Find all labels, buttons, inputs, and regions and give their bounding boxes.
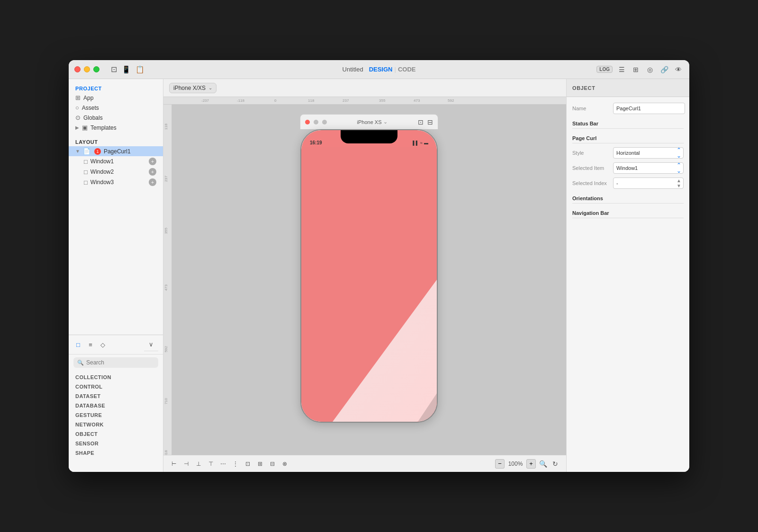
selected-item-label: Selected Item: [572, 165, 610, 171]
name-property-row: Name 20: [572, 103, 684, 114]
canvas-refresh-icon[interactable]: ↻: [550, 459, 560, 469]
hierarchy-icon[interactable]: ☰: [616, 64, 627, 75]
selected-index-input[interactable]: - ▲ ▼: [613, 177, 684, 189]
category-collection[interactable]: COLLECTION: [69, 372, 163, 382]
link-icon[interactable]: 🔗: [659, 64, 669, 75]
phone-label-area: iPhone XS ⌄: [331, 119, 414, 125]
device-selector[interactable]: iPhone X/XS ⌄: [169, 83, 217, 93]
window1-label: Window1: [90, 158, 114, 165]
category-database[interactable]: DATABASE: [69, 401, 163, 410]
category-object[interactable]: OBJECT: [69, 429, 163, 439]
sidebar-item-globals[interactable]: ⊙ Globals: [69, 113, 163, 123]
zoom-out-button[interactable]: −: [495, 459, 505, 469]
category-dataset[interactable]: DATASET: [69, 391, 163, 401]
code-tab[interactable]: CODE: [398, 66, 416, 73]
maximize-button[interactable]: [93, 66, 99, 72]
sidebar-item-window1[interactable]: □ Window1 +: [69, 156, 163, 167]
library-panel: □ ≡ ◇ ∨ 🔍 COLLECTION CONTROL DATASET DAT…: [69, 335, 163, 472]
layers-icon[interactable]: ≡: [86, 340, 95, 349]
traffic-lights: [74, 66, 99, 72]
more-options-icon[interactable]: ∨: [144, 338, 158, 351]
canvas-area: iPhone X/XS ⌄ -237 -118 0 118 237 355 47…: [163, 79, 566, 472]
ruler-v-710: 710: [164, 398, 168, 404]
titlebar: ⊡ 📱 📋 Untitled DESIGN | CODE LOG ☰ ⊞ ◎ 🔗…: [69, 60, 689, 79]
phone-dropdown-icon[interactable]: ⌄: [383, 119, 388, 125]
add-window1-button[interactable]: +: [149, 158, 156, 165]
components-icon[interactable]: □: [73, 340, 83, 349]
library-toolbar: □ ≡ ◇ ∨: [69, 335, 163, 355]
library-search-box: 🔍: [73, 357, 158, 368]
ruler-horizontal: -237 -118 0 118 237 355 473 592: [163, 97, 566, 105]
sidebar-item-pagecurl1[interactable]: ▼ 📄 1 PageCurl1: [69, 146, 163, 156]
name-input[interactable]: [613, 103, 685, 114]
stack-icon[interactable]: ⊟: [268, 459, 277, 469]
embed-icon[interactable]: ⊡: [243, 459, 253, 469]
distribute-v-icon[interactable]: ⋮: [231, 459, 240, 469]
status-icons: ▌▌ ≈ ▬: [413, 141, 428, 145]
close-button[interactable]: [74, 66, 81, 72]
window2-icon: □: [84, 168, 88, 176]
canvas-toolbar: iPhone X/XS ⌄: [163, 79, 566, 97]
category-control[interactable]: CONTROL: [69, 382, 163, 391]
phone-container: iPhone XS ⌄ ⊡ ⊟: [300, 114, 438, 423]
preview-icon[interactable]: 👁: [673, 64, 684, 75]
add-window2-button[interactable]: +: [149, 168, 156, 176]
globals-icon: ⊙: [75, 114, 81, 121]
search-icon: 🔍: [77, 360, 84, 366]
phone-portrait-icon[interactable]: ⊡: [418, 118, 424, 126]
svg-marker-0: [333, 280, 437, 422]
object-panel-title: OBJECT: [572, 85, 596, 91]
selected-index-label: Selected Index: [572, 180, 610, 186]
style-value: Horizontal: [614, 150, 677, 156]
align-center-h-icon[interactable]: ⊥: [194, 459, 203, 469]
phone-frame: 16:19 ▌▌ ≈ ▬: [300, 129, 438, 423]
phone-icon[interactable]: 📱: [122, 65, 131, 74]
chevron-down-icon: ▼: [75, 149, 80, 154]
tablet-icon[interactable]: 📋: [135, 65, 144, 74]
minimize-button[interactable]: [84, 66, 90, 72]
category-shape[interactable]: SHAPE: [69, 448, 163, 458]
sidebar-item-window3[interactable]: □ Window3 +: [69, 177, 163, 187]
category-sensor[interactable]: SENSOR: [69, 439, 163, 448]
layers-icon2[interactable]: ⊗: [280, 459, 289, 469]
layout-icon[interactable]: ⊞: [631, 64, 641, 75]
zoom-level: 100%: [506, 461, 524, 467]
align-left-icon[interactable]: ⊢: [169, 459, 179, 469]
style-select[interactable]: Horizontal ⌃ ⌄: [613, 147, 684, 159]
sidebar-item-window2[interactable]: □ Window2 +: [69, 167, 163, 177]
selected-item-arrows: ⌃ ⌄: [677, 162, 683, 174]
sidebar-item-templates[interactable]: ▶ ▣ Templates: [69, 123, 163, 133]
right-panel-content: Name 20 Status Bar Page Curl Style Horiz…: [567, 97, 689, 472]
design-tab[interactable]: DESIGN: [369, 66, 393, 73]
log-button[interactable]: LOG: [596, 66, 613, 73]
status-time: 16:19: [310, 140, 322, 145]
ruler-v-355: 355: [164, 228, 168, 234]
distribute-h-icon[interactable]: ⋯: [218, 459, 228, 469]
canvas-search-icon[interactable]: 🔍: [538, 459, 548, 469]
templates-icon: ▣: [82, 124, 88, 131]
titlebar-center: Untitled DESIGN | CODE: [343, 66, 416, 73]
shapes-icon[interactable]: ◇: [98, 340, 108, 349]
signal-icon: ▌▌: [413, 141, 419, 145]
category-network[interactable]: NETWORK: [69, 420, 163, 429]
mobile-layout-icon[interactable]: ⊡: [111, 65, 117, 74]
align-center-v-icon[interactable]: ⊤: [206, 459, 216, 469]
zoom-in-button[interactable]: +: [526, 459, 536, 469]
add-window3-button[interactable]: +: [149, 178, 156, 186]
search-input[interactable]: [86, 359, 154, 366]
category-gesture[interactable]: GESTURE: [69, 410, 163, 420]
ruler-mark-473: 473: [414, 98, 420, 103]
target-icon[interactable]: ◎: [645, 64, 655, 75]
phone-landscape-icon[interactable]: ⊟: [427, 118, 433, 126]
sidebar-item-assets[interactable]: ○ Assets: [69, 103, 163, 113]
ruler-mark-118: 118: [308, 98, 314, 103]
chrome-gray1: [314, 120, 318, 124]
phone-notch: [341, 130, 397, 143]
align-right-icon[interactable]: ⊣: [181, 459, 191, 469]
globals-label: Globals: [83, 115, 103, 121]
selected-index-value: -: [614, 180, 677, 186]
group-icon[interactable]: ⊞: [255, 459, 265, 469]
sidebar-item-app[interactable]: ⊞ App: [69, 93, 163, 103]
status-bar-section: Status Bar: [572, 118, 684, 129]
selected-item-select[interactable]: Window1 ⌃ ⌄: [613, 162, 684, 174]
